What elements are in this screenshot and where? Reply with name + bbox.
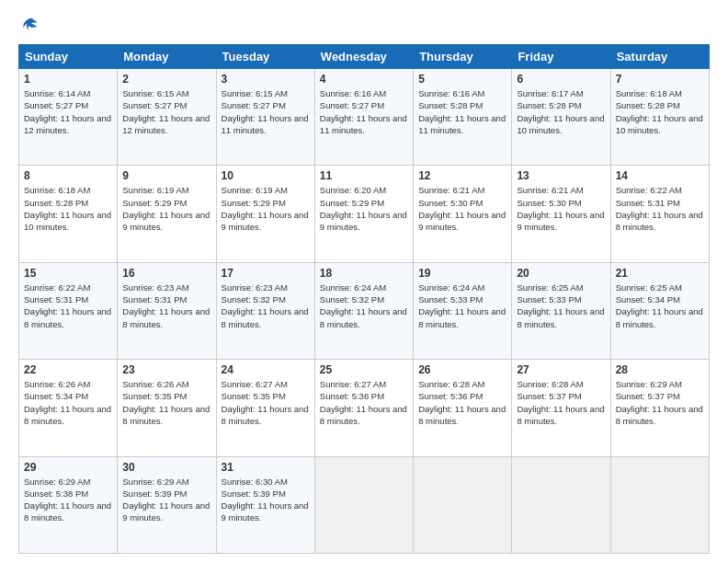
calendar-cell: 2Sunrise: 6:15 AMSunset: 5:27 PMDaylight…: [118, 69, 216, 166]
calendar-cell: 4Sunrise: 6:16 AMSunset: 5:27 PMDaylight…: [314, 69, 413, 166]
cell-content: Sunrise: 6:16 AMSunset: 5:28 PMDaylight:…: [418, 87, 506, 136]
calendar-cell: 20Sunrise: 6:25 AMSunset: 5:33 PMDayligh…: [512, 262, 610, 359]
calendar-cell: 3Sunrise: 6:15 AMSunset: 5:27 PMDaylight…: [216, 69, 314, 166]
calendar-cell: 19Sunrise: 6:24 AMSunset: 5:33 PMDayligh…: [414, 262, 512, 359]
calendar-cell: 16Sunrise: 6:23 AMSunset: 5:31 PMDayligh…: [118, 262, 216, 359]
day-number: 19: [418, 267, 506, 280]
cell-content: Sunrise: 6:17 AMSunset: 5:28 PMDaylight:…: [517, 87, 605, 136]
calendar-cell: 24Sunrise: 6:27 AMSunset: 5:35 PMDayligh…: [216, 360, 314, 456]
calendar-cell: 26Sunrise: 6:28 AMSunset: 5:36 PMDayligh…: [414, 360, 512, 456]
calendar-cell: [414, 456, 512, 553]
day-number: 16: [122, 267, 210, 280]
header-friday: Friday: [512, 45, 610, 69]
cell-content: Sunrise: 6:30 AMSunset: 5:39 PMDaylight:…: [222, 476, 310, 524]
logo: [18, 15, 40, 35]
cell-content: Sunrise: 6:24 AMSunset: 5:33 PMDaylight:…: [418, 282, 506, 330]
calendar-cell: 11Sunrise: 6:20 AMSunset: 5:29 PMDayligh…: [314, 166, 413, 262]
day-number: 22: [24, 363, 112, 376]
cell-content: Sunrise: 6:27 AMSunset: 5:36 PMDaylight:…: [320, 378, 408, 427]
cell-content: Sunrise: 6:25 AMSunset: 5:33 PMDaylight:…: [517, 282, 605, 330]
day-number: 14: [616, 169, 704, 182]
calendar-cell: [610, 456, 709, 553]
calendar-cell: 22Sunrise: 6:26 AMSunset: 5:34 PMDayligh…: [19, 360, 118, 456]
cell-content: Sunrise: 6:15 AMSunset: 5:27 PMDaylight:…: [122, 87, 210, 136]
day-number: 25: [320, 363, 408, 376]
header-thursday: Thursday: [414, 45, 512, 69]
header-saturday: Saturday: [610, 45, 709, 69]
cell-content: Sunrise: 6:28 AMSunset: 5:37 PMDaylight:…: [517, 378, 605, 427]
calendar-cell: 8Sunrise: 6:18 AMSunset: 5:28 PMDaylight…: [19, 166, 118, 262]
day-number: 10: [222, 169, 310, 182]
cell-content: Sunrise: 6:16 AMSunset: 5:27 PMDaylight:…: [320, 87, 408, 136]
day-number: 8: [24, 169, 112, 182]
day-number: 30: [122, 461, 210, 474]
day-number: 5: [418, 73, 506, 86]
header: [18, 15, 710, 35]
day-number: 17: [222, 267, 310, 280]
calendar-cell: 9Sunrise: 6:19 AMSunset: 5:29 PMDaylight…: [118, 166, 216, 262]
page: Sunday Monday Tuesday Wednesday Thursday…: [0, 0, 728, 563]
calendar-cell: 29Sunrise: 6:29 AMSunset: 5:38 PMDayligh…: [19, 456, 118, 553]
cell-content: Sunrise: 6:18 AMSunset: 5:28 PMDaylight:…: [616, 87, 704, 136]
header-tuesday: Tuesday: [216, 45, 314, 69]
calendar-cell: 30Sunrise: 6:29 AMSunset: 5:39 PMDayligh…: [118, 456, 216, 553]
cell-content: Sunrise: 6:29 AMSunset: 5:39 PMDaylight:…: [122, 476, 210, 524]
cell-content: Sunrise: 6:23 AMSunset: 5:31 PMDaylight:…: [122, 282, 210, 330]
cell-content: Sunrise: 6:23 AMSunset: 5:32 PMDaylight:…: [222, 282, 310, 330]
cell-content: Sunrise: 6:20 AMSunset: 5:29 PMDaylight:…: [320, 184, 408, 233]
week-row-4: 29Sunrise: 6:29 AMSunset: 5:38 PMDayligh…: [19, 456, 710, 553]
calendar-cell: 17Sunrise: 6:23 AMSunset: 5:32 PMDayligh…: [216, 262, 314, 359]
day-number: 27: [517, 363, 605, 376]
calendar-cell: 6Sunrise: 6:17 AMSunset: 5:28 PMDaylight…: [512, 69, 610, 166]
week-row-2: 15Sunrise: 6:22 AMSunset: 5:31 PMDayligh…: [19, 262, 710, 359]
cell-content: Sunrise: 6:19 AMSunset: 5:29 PMDaylight:…: [122, 184, 210, 233]
day-number: 20: [517, 267, 605, 280]
day-number: 24: [222, 363, 310, 376]
calendar-cell: 31Sunrise: 6:30 AMSunset: 5:39 PMDayligh…: [216, 456, 314, 553]
cell-content: Sunrise: 6:26 AMSunset: 5:35 PMDaylight:…: [122, 378, 210, 427]
cell-content: Sunrise: 6:19 AMSunset: 5:29 PMDaylight:…: [222, 184, 310, 233]
calendar-cell: 1Sunrise: 6:14 AMSunset: 5:27 PMDaylight…: [19, 69, 118, 166]
calendar-cell: 27Sunrise: 6:28 AMSunset: 5:37 PMDayligh…: [512, 360, 610, 456]
day-number: 13: [517, 169, 605, 182]
day-number: 7: [616, 73, 704, 86]
calendar-cell: 21Sunrise: 6:25 AMSunset: 5:34 PMDayligh…: [610, 262, 709, 359]
cell-content: Sunrise: 6:29 AMSunset: 5:38 PMDaylight:…: [24, 476, 112, 524]
calendar-cell: 14Sunrise: 6:22 AMSunset: 5:31 PMDayligh…: [610, 166, 709, 262]
cell-content: Sunrise: 6:29 AMSunset: 5:37 PMDaylight:…: [616, 378, 704, 427]
day-number: 2: [122, 73, 210, 86]
day-number: 9: [122, 169, 210, 182]
calendar-cell: 23Sunrise: 6:26 AMSunset: 5:35 PMDayligh…: [118, 360, 216, 456]
header-wednesday: Wednesday: [314, 45, 413, 69]
week-row-1: 8Sunrise: 6:18 AMSunset: 5:28 PMDaylight…: [19, 166, 710, 262]
cell-content: Sunrise: 6:25 AMSunset: 5:34 PMDaylight:…: [616, 282, 704, 330]
cell-content: Sunrise: 6:22 AMSunset: 5:31 PMDaylight:…: [616, 184, 704, 233]
cell-content: Sunrise: 6:15 AMSunset: 5:27 PMDaylight:…: [222, 87, 310, 136]
calendar-cell: [314, 456, 413, 553]
cell-content: Sunrise: 6:18 AMSunset: 5:28 PMDaylight:…: [24, 184, 112, 233]
day-number: 4: [320, 73, 408, 86]
cell-content: Sunrise: 6:27 AMSunset: 5:35 PMDaylight:…: [222, 378, 310, 427]
day-number: 23: [122, 363, 210, 376]
day-number: 6: [517, 73, 605, 86]
day-number: 29: [24, 461, 112, 474]
calendar-cell: 10Sunrise: 6:19 AMSunset: 5:29 PMDayligh…: [216, 166, 314, 262]
calendar-cell: 28Sunrise: 6:29 AMSunset: 5:37 PMDayligh…: [610, 360, 709, 456]
calendar-cell: 18Sunrise: 6:24 AMSunset: 5:32 PMDayligh…: [314, 262, 413, 359]
day-number: 31: [222, 461, 310, 474]
day-number: 21: [616, 267, 704, 280]
cell-content: Sunrise: 6:21 AMSunset: 5:30 PMDaylight:…: [418, 184, 506, 233]
week-row-3: 22Sunrise: 6:26 AMSunset: 5:34 PMDayligh…: [19, 360, 710, 456]
calendar-table: Sunday Monday Tuesday Wednesday Thursday…: [18, 44, 710, 554]
calendar-cell: 15Sunrise: 6:22 AMSunset: 5:31 PMDayligh…: [19, 262, 118, 359]
header-monday: Monday: [118, 45, 216, 69]
calendar-cell: 5Sunrise: 6:16 AMSunset: 5:28 PMDaylight…: [414, 69, 512, 166]
cell-content: Sunrise: 6:14 AMSunset: 5:27 PMDaylight:…: [24, 87, 112, 136]
logo-bird-icon: [20, 15, 40, 35]
calendar-cell: 25Sunrise: 6:27 AMSunset: 5:36 PMDayligh…: [314, 360, 413, 456]
day-number: 12: [418, 169, 506, 182]
day-number: 26: [418, 363, 506, 376]
cell-content: Sunrise: 6:22 AMSunset: 5:31 PMDaylight:…: [24, 282, 112, 330]
day-number: 1: [24, 73, 112, 86]
cell-content: Sunrise: 6:28 AMSunset: 5:36 PMDaylight:…: [418, 378, 506, 427]
